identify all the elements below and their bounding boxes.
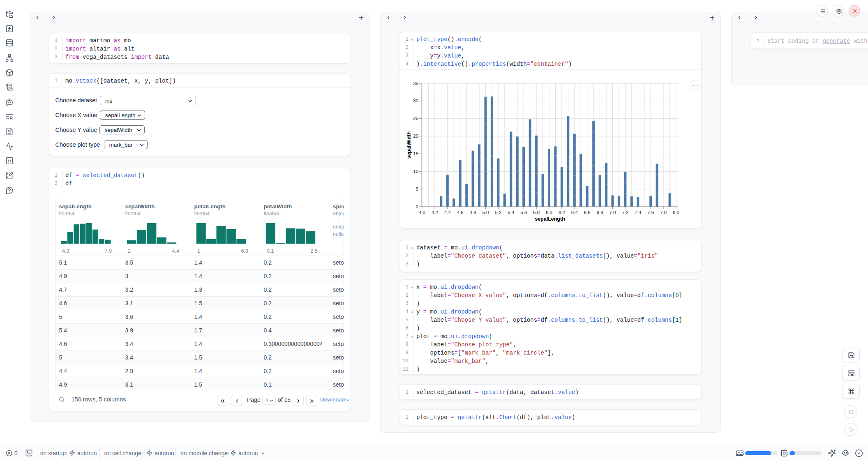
svg-text:sepalLength: sepalLength xyxy=(535,216,565,222)
svg-text:6.4: 6.4 xyxy=(571,210,578,215)
svg-text:5.0: 5.0 xyxy=(482,210,489,215)
svg-text:5.8: 5.8 xyxy=(533,210,540,215)
svg-text:7.2: 7.2 xyxy=(622,210,628,215)
svg-text:30: 30 xyxy=(413,98,418,103)
svg-text:7.0: 7.0 xyxy=(609,210,616,215)
svg-text:20: 20 xyxy=(413,134,418,138)
svg-text:10: 10 xyxy=(413,169,418,174)
svg-text:6.8: 6.8 xyxy=(597,210,603,215)
svg-text:sepalWidth: sepalWidth xyxy=(406,131,412,159)
svg-text:4.2: 4.2 xyxy=(432,210,438,215)
svg-text:25: 25 xyxy=(413,116,418,121)
svg-text:4.0: 4.0 xyxy=(419,210,425,215)
svg-text:7.4: 7.4 xyxy=(635,210,642,215)
svg-text:4.6: 4.6 xyxy=(457,210,464,215)
svg-text:6.0: 6.0 xyxy=(546,210,552,215)
svg-text:8.0: 8.0 xyxy=(673,210,679,215)
svg-text:4.8: 4.8 xyxy=(470,210,476,215)
svg-text:15: 15 xyxy=(413,151,418,156)
svg-text:6.2: 6.2 xyxy=(559,210,565,215)
svg-text:5: 5 xyxy=(416,187,418,191)
svg-text:5.4: 5.4 xyxy=(508,210,515,215)
svg-text:5.6: 5.6 xyxy=(520,210,527,215)
svg-text:7.8: 7.8 xyxy=(660,210,667,215)
svg-text:4.4: 4.4 xyxy=(444,210,451,215)
svg-text:5.2: 5.2 xyxy=(495,210,501,215)
svg-text:6.6: 6.6 xyxy=(584,210,591,215)
svg-text:7.6: 7.6 xyxy=(647,210,654,215)
svg-text:0: 0 xyxy=(416,204,418,209)
svg-text:35: 35 xyxy=(413,81,418,86)
